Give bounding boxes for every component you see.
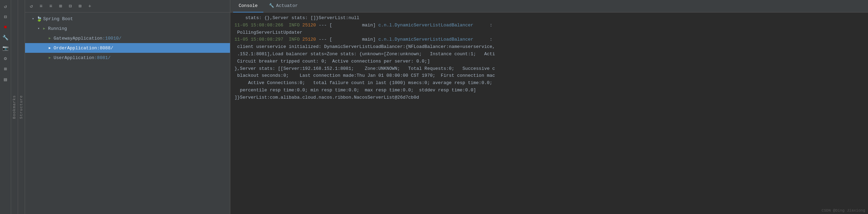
expand-running: ▾ — [36, 26, 41, 31]
actuator-tab-label: Actuator — [276, 3, 298, 8]
expand-user — [42, 55, 47, 60]
springboot-label: Spring Boot — [43, 16, 73, 22]
log-line-0: stats: {},Server stats: []}ServerList:nu… — [234, 15, 864, 22]
log-line-8: blackout seconds:0; Last connection made… — [234, 72, 864, 80]
build-icon[interactable]: 🔧 — [1, 33, 10, 42]
toolbar-grid[interactable]: ⊞ — [56, 2, 65, 10]
console-tab-label: Console — [239, 3, 258, 8]
user-label: UserApplication — [54, 55, 94, 60]
order-label: OrderApplication — [54, 46, 97, 51]
right-panel: Console 🔧 Actuator stats: {},Server stat… — [230, 0, 868, 214]
log-line-1: 11-05 15:08:08:266 INFO 25120 --- [ main… — [234, 22, 864, 29]
structure-label: Structure — [19, 95, 24, 119]
tree-running[interactable]: ▾ Running — [25, 24, 230, 33]
toolbar-list2[interactable]: ≡ — [47, 2, 55, 10]
toolbar: ↺ ≡ ≡ ⊞ ⊟ ⊞ + — [25, 0, 230, 13]
reload-icon[interactable]: ↺ — [1, 1, 10, 11]
user-port[interactable]: :8081/ — [94, 55, 111, 60]
log-line-2: PollingServerListUpdater — [234, 29, 864, 36]
log-line-6: Circuit breaker tripped count: 0; Active… — [234, 58, 864, 65]
structure-bar[interactable]: Structure — [18, 0, 25, 214]
expand-gateway — [42, 36, 47, 41]
tabs-bar: Console 🔧 Actuator — [230, 0, 868, 13]
settings-icon[interactable]: ⚙ — [1, 54, 10, 63]
gateway-run-icon: ▶ — [47, 36, 52, 41]
gateway-label: GatewayApplication — [54, 36, 102, 41]
rerun-icon[interactable]: ⊟ — [1, 12, 10, 22]
toolbar-add[interactable]: + — [86, 2, 94, 10]
camera-icon[interactable]: 📷 — [1, 43, 10, 53]
log-line-11: ]}ServerList:com.alibaba.cloud.nacos.rib… — [234, 94, 864, 101]
toolbar-filter[interactable]: ⊟ — [66, 2, 74, 10]
log-line-4: client userservice initialized: DynamicS… — [234, 43, 864, 51]
tree-user-app[interactable]: ▶ UserApplication :8081/ — [25, 53, 230, 63]
tree-order-app[interactable]: ▶ OrderApplication :8088/ — [25, 43, 230, 53]
left-icon-strip: ↺ ⊟ ■ 🔧 📷 ⚙ ⊞ ▤ — [0, 0, 11, 214]
watermark-text: CSDN @Ding Jiaxiong — [822, 208, 865, 213]
tab-console[interactable]: Console — [233, 0, 263, 13]
tree-container: ▾ 🍃 Spring Boot ▾ Running ▶ GatewayAppli… — [25, 13, 230, 214]
springboot-icon: 🍃 — [36, 16, 42, 22]
bookmarks-bar[interactable]: Bookmarks — [11, 0, 18, 214]
layout-icon[interactable]: ▤ — [1, 74, 10, 84]
log-line-10: percentile resp time:0.0; min resp time:… — [234, 87, 864, 94]
tree-root-springboot[interactable]: ▾ 🍃 Spring Boot — [25, 14, 230, 24]
footer-watermark: CSDN @Ding Jiaxiong — [822, 208, 865, 213]
user-run-icon: ▶ — [47, 55, 52, 60]
log-line-5: .152.1:8081],Load balancer stats=Zone st… — [234, 51, 864, 58]
tree-gateway-app[interactable]: ▶ GatewayApplication :10010/ — [25, 33, 230, 43]
running-play-icon — [42, 26, 47, 31]
left-panel: ↺ ≡ ≡ ⊞ ⊟ ⊞ + ▾ 🍃 Spring Boot ▾ Running … — [25, 0, 230, 214]
toolbar-list1[interactable]: ≡ — [37, 2, 45, 10]
stop-icon[interactable]: ■ — [1, 22, 10, 32]
bookmarks-label: Bookmarks — [13, 95, 17, 119]
order-port[interactable]: :8088/ — [97, 46, 113, 51]
expand-root: ▾ — [31, 16, 35, 21]
tab-actuator[interactable]: 🔧 Actuator — [263, 0, 303, 13]
log-line-7: },Server stats: [[Server:192.168.152.1:8… — [234, 65, 864, 73]
log-line-9: Active Connections:0; total failure coun… — [234, 80, 864, 87]
deploy-icon[interactable]: ⊞ — [1, 64, 10, 74]
toolbar-export[interactable]: ⊞ — [76, 2, 84, 10]
toolbar-reload[interactable]: ↺ — [27, 2, 35, 10]
expand-order — [42, 46, 47, 50]
actuator-icon: 🔧 — [269, 3, 274, 8]
log-line-3: 11-05 15:08:08:297 INFO 25120 --- [ main… — [234, 36, 864, 43]
console-output[interactable]: stats: {},Server stats: []}ServerList:nu… — [230, 13, 868, 214]
gateway-port[interactable]: :10010/ — [102, 36, 121, 41]
order-run-icon: ▶ — [47, 46, 52, 50]
running-label: Running — [48, 26, 67, 31]
